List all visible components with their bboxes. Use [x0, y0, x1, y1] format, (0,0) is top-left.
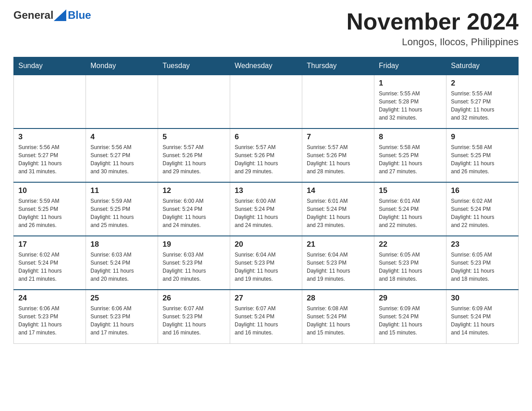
- day-number: 7: [307, 133, 369, 141]
- calendar-cell: 4Sunrise: 5:56 AM Sunset: 5:27 PM Daylig…: [86, 128, 158, 182]
- day-info: Sunrise: 6:01 AM Sunset: 5:24 PM Dayligh…: [307, 197, 369, 229]
- day-number: 11: [90, 186, 153, 195]
- calendar-cell: 23Sunrise: 6:05 AM Sunset: 5:23 PM Dayli…: [446, 236, 519, 290]
- calendar-cell: 25Sunrise: 6:06 AM Sunset: 5:23 PM Dayli…: [86, 290, 158, 343]
- day-info: Sunrise: 5:57 AM Sunset: 5:26 PM Dayligh…: [235, 143, 297, 176]
- calendar-cell: 1Sunrise: 5:55 AM Sunset: 5:28 PM Daylig…: [374, 75, 446, 128]
- calendar-cell: 9Sunrise: 5:58 AM Sunset: 5:25 PM Daylig…: [446, 128, 519, 182]
- day-info: Sunrise: 6:00 AM Sunset: 5:24 PM Dayligh…: [163, 197, 225, 229]
- day-number: 23: [451, 240, 514, 249]
- page-header: General Blue November 2024 Longos, Iloco…: [13, 9, 519, 48]
- day-info: Sunrise: 5:56 AM Sunset: 5:27 PM Dayligh…: [90, 143, 153, 176]
- weekday-header-thursday: Thursday: [302, 57, 374, 75]
- day-number: 15: [379, 186, 442, 195]
- logo-area: General Blue: [13, 9, 91, 21]
- week-row-2: 3Sunrise: 5:56 AM Sunset: 5:27 PM Daylig…: [14, 128, 519, 182]
- calendar-cell: [14, 75, 86, 128]
- weekday-header-saturday: Saturday: [446, 57, 519, 75]
- week-row-5: 24Sunrise: 6:06 AM Sunset: 5:23 PM Dayli…: [14, 290, 519, 343]
- calendar-cell: 8Sunrise: 5:58 AM Sunset: 5:25 PM Daylig…: [374, 128, 446, 182]
- calendar-cell: 11Sunrise: 5:59 AM Sunset: 5:25 PM Dayli…: [86, 182, 158, 236]
- calendar-cell: 15Sunrise: 6:01 AM Sunset: 5:24 PM Dayli…: [374, 182, 446, 236]
- calendar-cell: 14Sunrise: 6:01 AM Sunset: 5:24 PM Dayli…: [302, 182, 374, 236]
- calendar-cell: [158, 75, 230, 128]
- day-number: 8: [379, 133, 442, 141]
- day-info: Sunrise: 6:04 AM Sunset: 5:23 PM Dayligh…: [235, 251, 297, 283]
- logo-blue-text: Blue: [68, 9, 91, 21]
- calendar-cell: [230, 75, 302, 128]
- day-number: 27: [235, 294, 297, 303]
- day-number: 19: [163, 240, 225, 249]
- day-info: Sunrise: 6:08 AM Sunset: 5:24 PM Dayligh…: [307, 304, 369, 337]
- weekday-header-tuesday: Tuesday: [158, 57, 230, 75]
- calendar-cell: 3Sunrise: 5:56 AM Sunset: 5:27 PM Daylig…: [14, 128, 86, 182]
- day-info: Sunrise: 6:09 AM Sunset: 5:24 PM Dayligh…: [379, 304, 442, 337]
- day-number: 22: [379, 240, 442, 249]
- svg-marker-0: [54, 9, 66, 21]
- day-number: 21: [307, 240, 369, 249]
- calendar-cell: 28Sunrise: 6:08 AM Sunset: 5:24 PM Dayli…: [302, 290, 374, 343]
- calendar-cell: 17Sunrise: 6:02 AM Sunset: 5:24 PM Dayli…: [14, 236, 86, 290]
- day-number: 25: [90, 294, 153, 303]
- day-number: 2: [451, 79, 514, 88]
- day-info: Sunrise: 6:06 AM Sunset: 5:23 PM Dayligh…: [18, 304, 81, 337]
- day-info: Sunrise: 5:55 AM Sunset: 5:28 PM Dayligh…: [379, 90, 442, 122]
- day-number: 3: [18, 133, 81, 141]
- day-number: 30: [451, 294, 514, 303]
- day-number: 4: [90, 133, 153, 141]
- week-row-1: 1Sunrise: 5:55 AM Sunset: 5:28 PM Daylig…: [14, 75, 519, 128]
- page-subtitle: Longos, Ilocos, Philippines: [347, 36, 519, 48]
- weekday-header-row: SundayMondayTuesdayWednesdayThursdayFrid…: [14, 57, 519, 75]
- weekday-header-wednesday: Wednesday: [230, 57, 302, 75]
- calendar-cell: 22Sunrise: 6:05 AM Sunset: 5:23 PM Dayli…: [374, 236, 446, 290]
- day-info: Sunrise: 5:57 AM Sunset: 5:26 PM Dayligh…: [163, 143, 225, 176]
- weekday-header-friday: Friday: [374, 57, 446, 75]
- day-info: Sunrise: 5:59 AM Sunset: 5:25 PM Dayligh…: [18, 197, 81, 229]
- calendar-cell: 10Sunrise: 5:59 AM Sunset: 5:25 PM Dayli…: [14, 182, 86, 236]
- calendar-cell: 13Sunrise: 6:00 AM Sunset: 5:24 PM Dayli…: [230, 182, 302, 236]
- page-title: November 2024: [347, 9, 519, 34]
- calendar-cell: 2Sunrise: 5:55 AM Sunset: 5:27 PM Daylig…: [446, 75, 519, 128]
- calendar-cell: 21Sunrise: 6:04 AM Sunset: 5:23 PM Dayli…: [302, 236, 374, 290]
- calendar-cell: 20Sunrise: 6:04 AM Sunset: 5:23 PM Dayli…: [230, 236, 302, 290]
- calendar-cell: 7Sunrise: 5:57 AM Sunset: 5:26 PM Daylig…: [302, 128, 374, 182]
- calendar-cell: 12Sunrise: 6:00 AM Sunset: 5:24 PM Dayli…: [158, 182, 230, 236]
- day-number: 5: [163, 133, 225, 141]
- day-number: 16: [451, 186, 514, 195]
- calendar-cell: 26Sunrise: 6:07 AM Sunset: 5:23 PM Dayli…: [158, 290, 230, 343]
- calendar-cell: 5Sunrise: 5:57 AM Sunset: 5:26 PM Daylig…: [158, 128, 230, 182]
- day-info: Sunrise: 6:00 AM Sunset: 5:24 PM Dayligh…: [235, 197, 297, 229]
- logo-icon: [54, 9, 66, 21]
- week-row-4: 17Sunrise: 6:02 AM Sunset: 5:24 PM Dayli…: [14, 236, 519, 290]
- calendar-cell: 18Sunrise: 6:03 AM Sunset: 5:24 PM Dayli…: [86, 236, 158, 290]
- day-number: 9: [451, 133, 514, 141]
- day-info: Sunrise: 6:04 AM Sunset: 5:23 PM Dayligh…: [307, 251, 369, 283]
- day-number: 17: [18, 240, 81, 249]
- calendar-cell: 27Sunrise: 6:07 AM Sunset: 5:24 PM Dayli…: [230, 290, 302, 343]
- calendar-cell: 29Sunrise: 6:09 AM Sunset: 5:24 PM Dayli…: [374, 290, 446, 343]
- day-info: Sunrise: 5:57 AM Sunset: 5:26 PM Dayligh…: [307, 143, 369, 176]
- calendar-table: SundayMondayTuesdayWednesdayThursdayFrid…: [13, 57, 519, 344]
- day-number: 26: [163, 294, 225, 303]
- day-number: 12: [163, 186, 225, 195]
- day-number: 14: [307, 186, 369, 195]
- day-info: Sunrise: 6:07 AM Sunset: 5:23 PM Dayligh…: [163, 304, 225, 337]
- day-info: Sunrise: 5:58 AM Sunset: 5:25 PM Dayligh…: [379, 143, 442, 176]
- day-info: Sunrise: 6:03 AM Sunset: 5:23 PM Dayligh…: [163, 251, 225, 283]
- day-info: Sunrise: 5:58 AM Sunset: 5:25 PM Dayligh…: [451, 143, 514, 176]
- day-number: 18: [90, 240, 153, 249]
- day-info: Sunrise: 6:02 AM Sunset: 5:24 PM Dayligh…: [18, 251, 81, 283]
- day-number: 1: [379, 79, 442, 88]
- day-number: 20: [235, 240, 297, 249]
- day-number: 29: [379, 294, 442, 303]
- day-number: 28: [307, 294, 369, 303]
- calendar-cell: 16Sunrise: 6:02 AM Sunset: 5:24 PM Dayli…: [446, 182, 519, 236]
- day-info: Sunrise: 6:05 AM Sunset: 5:23 PM Dayligh…: [379, 251, 442, 283]
- calendar-cell: [86, 75, 158, 128]
- day-number: 6: [235, 133, 297, 141]
- day-info: Sunrise: 5:56 AM Sunset: 5:27 PM Dayligh…: [18, 143, 81, 176]
- title-area: November 2024 Longos, Ilocos, Philippine…: [347, 9, 519, 48]
- day-number: 13: [235, 186, 297, 195]
- week-row-3: 10Sunrise: 5:59 AM Sunset: 5:25 PM Dayli…: [14, 182, 519, 236]
- day-info: Sunrise: 6:06 AM Sunset: 5:23 PM Dayligh…: [90, 304, 153, 337]
